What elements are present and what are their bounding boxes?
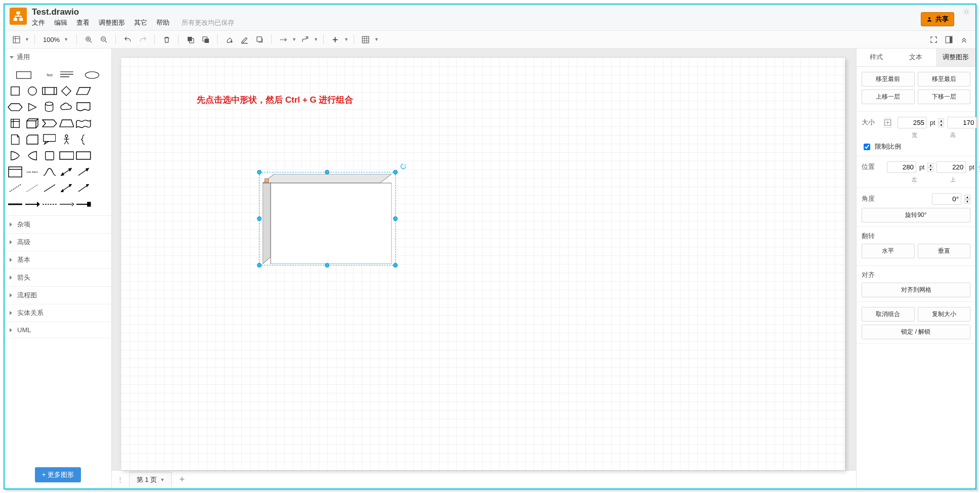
- ftab-text[interactable]: 文本: [896, 49, 935, 66]
- shape-note[interactable]: [8, 132, 23, 147]
- share-button[interactable]: 共享: [921, 12, 954, 26]
- shape-diamond[interactable]: [59, 84, 74, 98]
- rotate90-btn[interactable]: 旋转90°: [862, 208, 970, 222]
- btn-backward[interactable]: 下移一层: [918, 89, 971, 104]
- shape-rect-wide[interactable]: [8, 68, 40, 82]
- top-input[interactable]: [936, 161, 966, 173]
- sb-basic[interactable]: 基本: [5, 251, 111, 268]
- shape-trapezoid[interactable]: [59, 116, 74, 130]
- shape-card[interactable]: [25, 132, 40, 147]
- sel-handle-se[interactable]: [393, 263, 398, 267]
- shape-internal-storage[interactable]: [8, 116, 23, 130]
- shape-parallelogram[interactable]: [76, 84, 91, 98]
- zoom-out-icon[interactable]: [97, 33, 110, 46]
- shape-square[interactable]: [8, 84, 23, 98]
- connection-icon[interactable]: [277, 33, 290, 46]
- shape-blank7[interactable]: [93, 181, 108, 195]
- menu-extras[interactable]: 其它: [134, 18, 147, 27]
- left-up[interactable]: ▲: [927, 163, 933, 167]
- shape-bidir-arrow[interactable]: [59, 165, 74, 179]
- insert-icon[interactable]: [329, 33, 342, 46]
- shape-process[interactable]: [42, 84, 57, 98]
- shape-blank4[interactable]: [93, 132, 108, 147]
- wp-caret[interactable]: ▼: [314, 37, 318, 42]
- shape-line1[interactable]: [42, 181, 57, 195]
- lock-btn[interactable]: 锁定 / 解锁: [862, 325, 970, 339]
- shape-dashline[interactable]: [8, 181, 23, 195]
- flip-h-btn[interactable]: 水平: [862, 244, 915, 258]
- sel-handle-w[interactable]: [257, 216, 262, 221]
- zoom-level[interactable]: 100%▼: [40, 36, 71, 43]
- shape-blank6[interactable]: [93, 165, 108, 179]
- autosize-icon[interactable]: [884, 118, 891, 128]
- rotate-handle[interactable]: [400, 163, 406, 169]
- ftab-arrange[interactable]: 调整图形: [936, 49, 975, 66]
- shape-hline2[interactable]: [59, 197, 74, 211]
- shape-cube[interactable]: [25, 116, 40, 130]
- sel-handle-s[interactable]: [325, 263, 329, 267]
- width-down[interactable]: ▼: [938, 123, 944, 127]
- shape-blank5[interactable]: [93, 149, 108, 163]
- waypoint-icon[interactable]: [299, 33, 312, 46]
- btn-to-front[interactable]: 移至最前: [862, 72, 915, 86]
- sb-general[interactable]: 通用: [5, 49, 111, 66]
- left-down[interactable]: ▼: [927, 167, 933, 172]
- shadow-icon[interactable]: [253, 33, 266, 46]
- canvas[interactable]: 先点击选中形状，然后 Ctrl + G 进行组合: [121, 58, 845, 470]
- shape-inner-handle[interactable]: [265, 178, 269, 183]
- top-down[interactable]: ▼: [977, 167, 980, 172]
- tab-add[interactable]: +: [176, 474, 188, 485]
- table-icon[interactable]: [359, 33, 372, 46]
- shape-hline[interactable]: [42, 197, 57, 211]
- collapse-icon[interactable]: [957, 33, 970, 46]
- sel-handle-e[interactable]: [393, 216, 398, 221]
- sb-misc[interactable]: 杂项: [5, 216, 111, 233]
- shape-circle[interactable]: [25, 84, 40, 98]
- shape-curve[interactable]: [42, 165, 57, 179]
- shape-step[interactable]: [42, 116, 57, 130]
- shape-container[interactable]: [8, 165, 23, 179]
- shape-blank3[interactable]: [93, 116, 108, 130]
- sb-flowchart[interactable]: 流程图: [5, 287, 111, 304]
- shape-tape[interactable]: [76, 116, 91, 130]
- shape-rect3[interactable]: [76, 149, 91, 163]
- line-color-icon[interactable]: [238, 33, 251, 46]
- sel-handle-n[interactable]: [325, 170, 329, 174]
- shape-link-arrow[interactable]: [25, 197, 40, 211]
- sel-handle-sw[interactable]: [257, 263, 262, 267]
- shape-hline3[interactable]: [76, 197, 91, 211]
- shape-bidir2[interactable]: [59, 181, 74, 195]
- sel-handle-ne[interactable]: [393, 170, 398, 174]
- shape-heading[interactable]: [59, 68, 74, 82]
- shape-triangle[interactable]: [25, 100, 40, 114]
- width-up[interactable]: ▲: [938, 118, 944, 123]
- shape-cloud[interactable]: [59, 100, 74, 114]
- constrain-checkbox[interactable]: [864, 144, 870, 150]
- menu-edit[interactable]: 编辑: [54, 18, 67, 27]
- fill-color-icon[interactable]: [223, 33, 236, 46]
- copy-size-btn[interactable]: 复制大小: [918, 307, 971, 322]
- tbl-caret[interactable]: ▼: [374, 37, 379, 42]
- tabs-menu-icon[interactable]: ⋮: [116, 476, 125, 483]
- format-panel-toggle-icon[interactable]: [942, 33, 955, 46]
- angle-down[interactable]: ▼: [964, 199, 970, 204]
- shape-callout[interactable]: [42, 132, 57, 147]
- view-dropdown[interactable]: [10, 33, 23, 46]
- shape-arrow[interactable]: [76, 165, 91, 179]
- sb-arrows[interactable]: 箭头: [5, 269, 111, 286]
- menu-arrange[interactable]: 调整图形: [99, 18, 125, 27]
- delete-icon[interactable]: [160, 33, 173, 46]
- angle-input[interactable]: [932, 193, 961, 205]
- undo-icon[interactable]: [121, 33, 134, 46]
- shape-blank8[interactable]: [93, 197, 108, 211]
- shape-actor[interactable]: [59, 132, 74, 147]
- shape-datastore[interactable]: [42, 149, 57, 163]
- shape-dirarrow[interactable]: [76, 181, 91, 195]
- shape-list[interactable]: List Item: [25, 165, 40, 179]
- fullscreen-icon[interactable]: [927, 33, 940, 46]
- shape-link[interactable]: [8, 197, 23, 211]
- zoom-in-icon[interactable]: [82, 33, 95, 46]
- shape-curlybrace[interactable]: [76, 132, 91, 147]
- shape-and[interactable]: [25, 149, 40, 163]
- menu-help[interactable]: 帮助: [156, 18, 169, 27]
